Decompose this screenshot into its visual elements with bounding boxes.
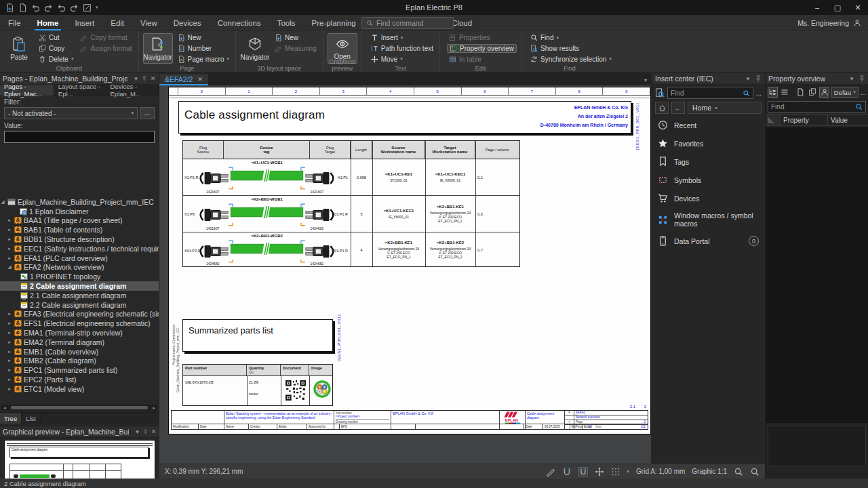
search-icon[interactable]: [855, 103, 863, 110]
tab-view[interactable]: View: [132, 15, 165, 31]
user-scheme-button[interactable]: [819, 87, 829, 98]
property-find-input[interactable]: Find: [768, 101, 866, 113]
move-handle-icon[interactable]: [595, 467, 604, 476]
search-icon[interactable]: [743, 89, 750, 97]
new-document-icon[interactable]: [5, 3, 14, 12]
pin-icon[interactable]: [859, 75, 865, 82]
document-tab[interactable]: &EFA2/2 ✕: [159, 74, 208, 85]
tab-pages[interactable]: Pages - Eplan_Mac...: [0, 85, 54, 96]
tree-item-profinet[interactable]: 1 PROFINET topology: [0, 272, 159, 281]
page-macro-button[interactable]: Page macro▾: [176, 54, 231, 64]
tab-file[interactable]: File: [0, 15, 29, 31]
zoom-area-icon[interactable]: [750, 467, 760, 476]
tree-item-cable-diagram-2-1[interactable]: 2.1 Cable assignment diagram: [0, 291, 159, 300]
tree-item-project[interactable]: ◢Eplan_Machine_Building_Project_mm_IEC: [0, 197, 159, 207]
layout-navigator-button[interactable]: Navigator: [240, 33, 270, 64]
page-new-button[interactable]: New: [176, 33, 231, 43]
tab-list-chevron[interactable]: ▾: [640, 77, 651, 85]
property-panel-header[interactable]: Property overview ▾: [766, 73, 868, 85]
undo-list-icon[interactable]: [57, 3, 66, 12]
drawing-sheet[interactable]: 0 1 2 3 4 5 6 7 8 9 Cable assignment dia…: [168, 87, 651, 434]
tree-item-baa1[interactable]: ▸&BAA1 (Title page / cover sheet): [0, 216, 159, 226]
horizontal-scrollbar[interactable]: ◂ ▸: [1, 405, 157, 411]
tab-close-icon[interactable]: ✕: [197, 76, 203, 83]
column-value[interactable]: Value: [828, 117, 868, 124]
customize-qat-chevron[interactable]: ▾: [96, 5, 98, 10]
tree-item-etc1[interactable]: ▸&ETC1 (Model view): [0, 384, 159, 394]
insert-item-favorites[interactable]: Favorites: [652, 134, 764, 152]
tab-list[interactable]: List: [22, 413, 41, 424]
insert-item-recent[interactable]: Recent: [652, 116, 764, 134]
maximize-button[interactable]: ▢: [827, 0, 848, 15]
tab-devices[interactable]: Devices: [165, 15, 210, 31]
in-table-button[interactable]: In table: [447, 54, 517, 64]
tab-edit[interactable]: Edit: [102, 15, 132, 31]
property-table-body[interactable]: [766, 127, 868, 423]
redo-icon[interactable]: [44, 3, 53, 12]
scheme-select[interactable]: Defau▾: [831, 87, 859, 98]
tree-item-epc2[interactable]: ▸&EPC2 (Parts list): [0, 375, 159, 384]
cut-button[interactable]: Cut: [37, 33, 75, 43]
expand-icon[interactable]: ▸: [7, 246, 12, 251]
pin-icon[interactable]: [143, 428, 148, 435]
panel-dropdown-icon[interactable]: ▾: [744, 75, 752, 82]
undo-icon[interactable]: [31, 3, 40, 12]
expand-icon[interactable]: ◢: [7, 264, 12, 270]
expand-icon[interactable]: ▸: [7, 340, 12, 345]
expand-icon[interactable]: ▸: [7, 367, 12, 373]
preview-panel-header[interactable]: Graphical preview - Eplan_Machine_Buildi…: [0, 426, 159, 438]
tree-item-efa3[interactable]: ▸&EFA3 (Electrical engineering schematic…: [0, 310, 159, 319]
measuring-button[interactable]: Measuring: [273, 44, 319, 54]
pin-icon[interactable]: [142, 75, 147, 82]
find-command-box[interactable]: Find command: [361, 17, 454, 29]
tree-item-ema2[interactable]: ▸&EMA2 (Terminal diagram): [0, 338, 159, 347]
grid-icon[interactable]: [611, 467, 620, 476]
minimize-button[interactable]: –: [807, 0, 827, 15]
object-snap-icon[interactable]: [578, 467, 588, 476]
search-mode-icon[interactable]: [655, 88, 665, 98]
insert-item-devices[interactable]: Devices: [652, 189, 764, 207]
docked-subpanel[interactable]: [768, 426, 866, 466]
tab-pre-planning[interactable]: Pre-planning: [304, 15, 364, 31]
graphic-scale[interactable]: Graphic 1:1: [692, 468, 727, 475]
tree-item-cable-diagram-2-2[interactable]: 2.2 Cable assignment diagram: [0, 300, 159, 310]
tree-item-epc1[interactable]: ▸&EPC1 (Summarized parts list): [0, 365, 159, 375]
open-document-icon[interactable]: [18, 3, 27, 12]
redo-list-icon[interactable]: [70, 3, 79, 12]
tree-item-efs1[interactable]: ▸&EFS1 (Electrical engineering schematic…: [0, 319, 159, 328]
tree-item-disclaimer[interactable]: 1 Eplan Disclaimer: [0, 207, 159, 216]
zoom-in-icon[interactable]: [734, 467, 743, 476]
delete-button[interactable]: Delete▾: [37, 54, 75, 64]
assign-format-button[interactable]: Assign format: [78, 44, 134, 54]
expand-icon[interactable]: ▸: [7, 330, 12, 336]
tree-item-eec1[interactable]: ▸&EEC1 (Safety instructions / technical …: [0, 244, 159, 253]
paste-properties-button[interactable]: [808, 87, 818, 98]
layout-new-button[interactable]: New: [273, 33, 319, 43]
tree-item-efa2[interactable]: ◢&EFA2 (Network overview): [0, 263, 159, 272]
expand-icon[interactable]: ▸: [7, 349, 12, 354]
tab-devices-tree[interactable]: Devices - Eplan_M...: [106, 85, 159, 96]
grid-chevron[interactable]: ▾: [627, 469, 630, 474]
column-property[interactable]: Property: [781, 115, 828, 125]
cable-row-1[interactable]: =K1+UC1-WGB1 X1:P1 R X1:P1 1421607 14216…: [183, 159, 519, 196]
home-button[interactable]: [655, 102, 669, 114]
close-icon[interactable]: ✕: [150, 75, 156, 82]
panel-dropdown-icon[interactable]: ▾: [134, 428, 140, 435]
tree-item-emb2[interactable]: ▸&EMB2 (Cable diagram): [0, 357, 159, 366]
drawing-canvas[interactable]: 0 1 2 3 4 5 6 7 8 9 Cable assignment dia…: [159, 85, 651, 464]
insert-center-search-input[interactable]: Find: [667, 87, 753, 99]
expand-icon[interactable]: ▸: [7, 218, 12, 223]
property-overview-button[interactable]: Property overview: [447, 44, 517, 54]
copy-button[interactable]: Copy: [37, 44, 75, 54]
tab-tree[interactable]: Tree: [0, 413, 22, 424]
scrollbar-thumb[interactable]: [11, 406, 148, 409]
expand-icon[interactable]: ▸: [7, 311, 12, 317]
scheme-more-button[interactable]: ...: [861, 89, 866, 96]
close-icon[interactable]: ✕: [151, 428, 157, 435]
synchronize-selection-button[interactable]: Synchronize selection▾: [528, 54, 614, 64]
insert-item-window-macros[interactable]: Window macros / symbol macros: [652, 207, 764, 232]
page-navigator-button[interactable]: Navigator: [143, 33, 173, 64]
value-input[interactable]: [4, 131, 155, 143]
back-button[interactable]: ←: [671, 102, 685, 114]
breadcrumb[interactable]: Home ▸: [688, 102, 762, 114]
